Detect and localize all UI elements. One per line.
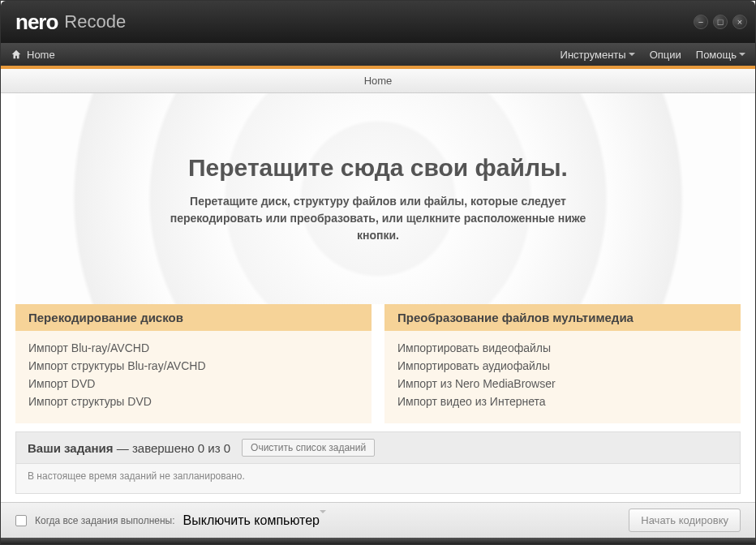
app-window: nero Recode − □ × Home Инструменты Опции… bbox=[0, 0, 756, 545]
link-import-dvd[interactable]: Импорт DVD bbox=[28, 375, 359, 393]
jobs-title: Ваши задания — завершено 0 из 0 bbox=[28, 441, 230, 455]
home-link[interactable]: Home bbox=[11, 49, 55, 61]
dropzone-subtext: Перетащите диск, структуру файлов или фа… bbox=[167, 193, 589, 244]
maximize-button[interactable]: □ bbox=[713, 15, 728, 29]
chevron-down-icon bbox=[739, 53, 745, 56]
dropzone-heading: Перетащите сюда свои файлы. bbox=[188, 154, 568, 182]
link-import-video[interactable]: Импортировать видеофайлы bbox=[397, 339, 728, 357]
link-import-dvd-structure[interactable]: Импорт структуры DVD bbox=[28, 393, 359, 410]
column-media-convert: Преобразование файлов мультимедиа Импорт… bbox=[384, 304, 741, 423]
bottom-strip bbox=[1, 538, 755, 544]
menu-tools[interactable]: Инструменты bbox=[561, 49, 635, 61]
jobs-empty-message: В настоящее время заданий не запланирова… bbox=[15, 464, 741, 494]
clear-jobs-button[interactable]: Очистить список заданий bbox=[242, 439, 375, 457]
menu-options[interactable]: Опции bbox=[650, 49, 681, 61]
dropzone[interactable]: Перетащите сюда свои файлы. Перетащите д… bbox=[15, 93, 741, 304]
titlebar: nero Recode − □ × bbox=[1, 1, 755, 43]
start-encoding-button[interactable]: Начать кодировку bbox=[629, 509, 741, 532]
link-import-bluray-structure[interactable]: Импорт структуры Blu-ray/AVCHD bbox=[28, 357, 359, 375]
home-label: Home bbox=[27, 49, 55, 61]
footer: Когда все задания выполнены: Выключить к… bbox=[1, 502, 755, 538]
breadcrumb-bar: Home bbox=[1, 69, 755, 93]
brand-logo: nero bbox=[15, 10, 58, 35]
breadcrumb: Home bbox=[364, 75, 393, 87]
link-import-internet-video[interactable]: Импорт видео из Интернета bbox=[397, 393, 728, 410]
link-import-mediabrowser[interactable]: Импорт из Nero MediaBrowser bbox=[397, 375, 728, 393]
link-import-bluray[interactable]: Импорт Blu-ray/AVCHD bbox=[28, 339, 359, 357]
when-done-label: Когда все задания выполнены: bbox=[35, 515, 175, 526]
minimize-button[interactable]: − bbox=[694, 15, 708, 29]
link-import-audio[interactable]: Импортировать аудиофайлы bbox=[397, 357, 728, 375]
main-content: Перетащите сюда свои файлы. Перетащите д… bbox=[1, 93, 755, 502]
chevron-down-icon bbox=[320, 510, 326, 527]
column-disc-recode: Перекодирование дисков Импорт Blu-ray/AV… bbox=[15, 304, 372, 423]
close-button[interactable]: × bbox=[732, 15, 747, 29]
jobs-bar: Ваши задания — завершено 0 из 0 Очистить… bbox=[15, 431, 741, 464]
when-done-select[interactable]: Выключить компьютер bbox=[183, 513, 326, 528]
column-disc-title: Перекодирование дисков bbox=[15, 304, 372, 331]
product-name: Recode bbox=[64, 11, 126, 32]
menu-help[interactable]: Помощь bbox=[696, 49, 745, 61]
column-media-title: Преобразование файлов мультимедиа bbox=[384, 304, 741, 331]
home-icon bbox=[11, 49, 22, 60]
menubar: Home Инструменты Опции Помощь bbox=[1, 43, 755, 66]
when-done-checkbox[interactable] bbox=[15, 515, 27, 526]
action-columns: Перекодирование дисков Импорт Blu-ray/AV… bbox=[15, 304, 741, 423]
when-done-selected: Выключить компьютер bbox=[183, 513, 320, 527]
chevron-down-icon bbox=[629, 53, 635, 56]
